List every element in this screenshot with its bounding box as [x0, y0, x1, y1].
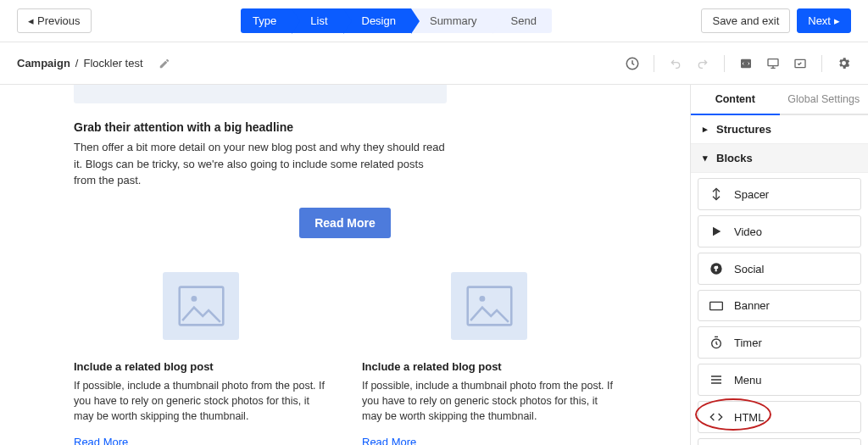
svg-rect-1	[768, 58, 778, 65]
related-title[interactable]: Include a related blog post	[362, 360, 616, 373]
block-rss[interactable]: RSS	[698, 438, 861, 445]
previous-button[interactable]: ◂ Previous	[17, 8, 92, 33]
wizard-step-design[interactable]: Design	[343, 8, 411, 33]
chevron-left-icon: ◂	[28, 14, 34, 27]
block-spacer[interactable]: Spacer	[698, 178, 861, 210]
image-placeholder-icon[interactable]	[451, 272, 527, 340]
wizard-step-type[interactable]: Type	[241, 8, 292, 33]
block-label: Banner	[734, 299, 770, 312]
block-video[interactable]: Video	[698, 215, 861, 248]
checklist-icon[interactable]	[793, 56, 808, 71]
related-title[interactable]: Include a related blog post	[74, 360, 328, 373]
main-area: Grab their attention with a big headline…	[0, 85, 868, 445]
desktop-preview-icon[interactable]	[765, 56, 781, 71]
hero-background-strip	[74, 85, 447, 103]
chevron-down-icon: ▾	[703, 153, 708, 164]
block-label: Social	[734, 263, 764, 275]
svg-point-4	[191, 295, 197, 301]
block-timer[interactable]: Timer	[698, 326, 861, 359]
svg-point-6	[479, 295, 485, 301]
related-body[interactable]: If possible, include a thumbnail photo f…	[74, 378, 328, 424]
body-text[interactable]: Then offer a bit more detail on your new…	[74, 139, 447, 189]
wizard-steps: Type List Design Summary Send	[241, 8, 552, 33]
topbar: ◂ Previous Type List Design Summary Send…	[0, 0, 868, 42]
image-placeholder-icon[interactable]	[163, 272, 239, 340]
gear-icon[interactable]	[836, 56, 851, 71]
block-html[interactable]: HTML	[698, 401, 861, 433]
save-and-exit-button[interactable]: Save and exit	[701, 8, 790, 33]
accordion-label: Blocks	[716, 152, 753, 164]
chevron-right-icon: ▸	[703, 124, 708, 135]
block-label: HTML	[734, 411, 764, 424]
breadcrumb-name: Flockler test	[83, 57, 142, 70]
breadcrumb-root[interactable]: Campaign	[17, 57, 70, 70]
read-more-button[interactable]: Read More	[299, 208, 391, 238]
breadcrumb: Campaign / Flockler test	[17, 56, 172, 71]
redo-icon[interactable]	[695, 56, 710, 71]
block-banner[interactable]: Banner	[698, 290, 861, 321]
video-icon	[709, 225, 724, 238]
tab-content[interactable]: Content	[691, 85, 780, 115]
tab-global-settings[interactable]: Global Settings	[780, 85, 869, 115]
related-read-more-link[interactable]: Read More	[362, 436, 416, 445]
menu-icon	[709, 373, 724, 387]
accordion-blocks[interactable]: ▾ Blocks	[691, 144, 868, 173]
code-view-icon[interactable]	[738, 56, 754, 71]
headline-text[interactable]: Grab their attention with a big headline	[74, 120, 447, 134]
breadcrumb-sep: /	[75, 57, 79, 70]
banner-icon	[709, 301, 724, 311]
content-block: Grab their attention with a big headline…	[74, 120, 447, 189]
block-label: Video	[734, 225, 762, 238]
sidebar-tabs: Content Global Settings	[691, 85, 868, 115]
block-label: Menu	[734, 374, 762, 387]
block-label: Timer	[734, 337, 762, 349]
blocks-list: Spacer Video Social Banner Timer Menu	[691, 173, 868, 445]
svg-rect-8	[710, 302, 723, 309]
wizard-step-send[interactable]: Send	[492, 8, 552, 33]
related-post[interactable]: Include a related blog post If possible,…	[74, 272, 328, 446]
html-icon	[709, 410, 724, 424]
block-social[interactable]: Social	[698, 253, 861, 285]
history-icon[interactable]	[625, 56, 640, 71]
next-label: Next	[808, 14, 831, 27]
design-canvas[interactable]: Grab their attention with a big headline…	[0, 85, 690, 445]
wizard-step-summary[interactable]: Summary	[411, 8, 492, 33]
sidebar: Content Global Settings ▸ Structures ▾ B…	[690, 85, 868, 445]
block-label: Spacer	[734, 188, 769, 201]
related-posts-row: Include a related blog post If possible,…	[74, 272, 616, 446]
edit-name-icon[interactable]	[157, 56, 172, 71]
related-body[interactable]: If possible, include a thumbnail photo f…	[362, 378, 616, 424]
subbar-actions	[625, 55, 851, 72]
undo-icon[interactable]	[668, 56, 683, 71]
previous-label: Previous	[37, 14, 81, 27]
timer-icon	[709, 336, 724, 349]
next-button[interactable]: Next ▸	[797, 8, 851, 33]
related-read-more-link[interactable]: Read More	[74, 436, 128, 445]
related-post[interactable]: Include a related blog post If possible,…	[362, 272, 616, 446]
accordion-structures[interactable]: ▸ Structures	[691, 115, 868, 144]
chevron-right-icon: ▸	[834, 14, 840, 27]
accordion-label: Structures	[716, 123, 771, 136]
social-icon	[709, 262, 724, 275]
spacer-icon	[709, 187, 724, 201]
subbar: Campaign / Flockler test	[0, 42, 868, 85]
block-menu[interactable]: Menu	[698, 364, 861, 396]
